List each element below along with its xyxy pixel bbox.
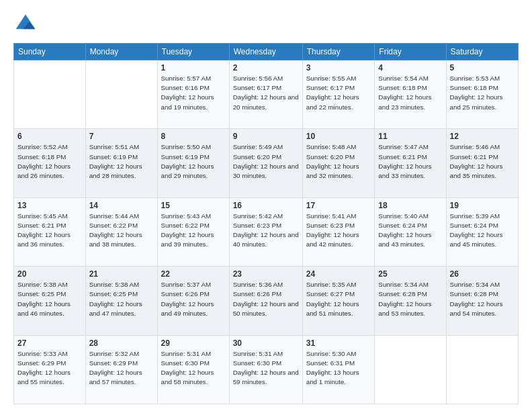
day-info: Sunrise: 5:53 AM Sunset: 6:18 PM Dayligh… xyxy=(450,74,515,112)
day-info: Sunrise: 5:44 AM Sunset: 6:22 PM Dayligh… xyxy=(89,212,154,250)
day-number: 27 xyxy=(17,338,82,348)
day-info: Sunrise: 5:54 AM Sunset: 6:18 PM Dayligh… xyxy=(378,74,442,112)
day-info: Sunrise: 5:45 AM Sunset: 6:21 PM Dayligh… xyxy=(17,212,82,250)
calendar-cell: 20Sunrise: 5:38 AM Sunset: 6:25 PM Dayli… xyxy=(14,267,86,335)
calendar-body: 1Sunrise: 5:57 AM Sunset: 6:16 PM Daylig… xyxy=(14,60,519,404)
calendar-cell: 26Sunrise: 5:34 AM Sunset: 6:28 PM Dayli… xyxy=(446,267,518,335)
calendar-cell: 27Sunrise: 5:33 AM Sunset: 6:29 PM Dayli… xyxy=(14,335,86,404)
calendar-cell: 19Sunrise: 5:39 AM Sunset: 6:24 PM Dayli… xyxy=(446,197,518,266)
calendar-cell: 23Sunrise: 5:36 AM Sunset: 6:26 PM Dayli… xyxy=(229,267,302,335)
day-number: 29 xyxy=(161,338,226,348)
day-info: Sunrise: 5:31 AM Sunset: 6:30 PM Dayligh… xyxy=(233,349,299,387)
day-info: Sunrise: 5:50 AM Sunset: 6:19 PM Dayligh… xyxy=(161,142,226,181)
calendar-cell: 11Sunrise: 5:47 AM Sunset: 6:21 PM Dayli… xyxy=(375,129,446,197)
day-number: 19 xyxy=(450,201,515,210)
day-number: 21 xyxy=(89,269,154,279)
day-info: Sunrise: 5:39 AM Sunset: 6:24 PM Dayligh… xyxy=(450,212,515,250)
calendar-cell: 10Sunrise: 5:48 AM Sunset: 6:20 PM Dayli… xyxy=(302,129,375,197)
day-info: Sunrise: 5:34 AM Sunset: 6:28 PM Dayligh… xyxy=(378,280,442,318)
day-info: Sunrise: 5:46 AM Sunset: 6:21 PM Dayligh… xyxy=(450,142,515,181)
calendar-cell: 18Sunrise: 5:40 AM Sunset: 6:24 PM Dayli… xyxy=(375,197,446,266)
day-number: 12 xyxy=(450,132,515,141)
calendar-cell xyxy=(375,335,446,404)
day-info: Sunrise: 5:38 AM Sunset: 6:25 PM Dayligh… xyxy=(17,280,82,318)
calendar-cell: 5Sunrise: 5:53 AM Sunset: 6:18 PM Daylig… xyxy=(446,60,518,129)
calendar-cell xyxy=(85,60,157,129)
day-number: 26 xyxy=(450,269,515,279)
day-info: Sunrise: 5:56 AM Sunset: 6:17 PM Dayligh… xyxy=(233,74,299,112)
day-number: 3 xyxy=(306,63,371,73)
weekday-header: Sunday xyxy=(14,44,86,60)
day-number: 10 xyxy=(306,132,371,141)
day-info: Sunrise: 5:42 AM Sunset: 6:23 PM Dayligh… xyxy=(233,212,299,250)
day-number: 15 xyxy=(161,201,226,210)
calendar-cell: 14Sunrise: 5:44 AM Sunset: 6:22 PM Dayli… xyxy=(85,197,157,266)
day-info: Sunrise: 5:35 AM Sunset: 6:27 PM Dayligh… xyxy=(306,280,371,318)
day-number: 25 xyxy=(378,269,442,279)
day-info: Sunrise: 5:49 AM Sunset: 6:20 PM Dayligh… xyxy=(233,142,299,181)
calendar-cell: 15Sunrise: 5:43 AM Sunset: 6:22 PM Dayli… xyxy=(157,197,229,266)
day-info: Sunrise: 5:51 AM Sunset: 6:19 PM Dayligh… xyxy=(89,142,154,181)
day-info: Sunrise: 5:33 AM Sunset: 6:29 PM Dayligh… xyxy=(17,349,82,387)
calendar-cell: 6Sunrise: 5:52 AM Sunset: 6:18 PM Daylig… xyxy=(14,129,86,197)
day-number: 6 xyxy=(17,132,82,141)
calendar-cell: 2Sunrise: 5:56 AM Sunset: 6:17 PM Daylig… xyxy=(229,60,302,129)
day-info: Sunrise: 5:55 AM Sunset: 6:17 PM Dayligh… xyxy=(306,74,371,112)
weekday-header: Tuesday xyxy=(157,44,229,60)
day-info: Sunrise: 5:47 AM Sunset: 6:21 PM Dayligh… xyxy=(378,142,442,181)
calendar-week: 20Sunrise: 5:38 AM Sunset: 6:25 PM Dayli… xyxy=(14,267,519,335)
day-info: Sunrise: 5:41 AM Sunset: 6:23 PM Dayligh… xyxy=(306,212,371,250)
calendar-cell: 22Sunrise: 5:37 AM Sunset: 6:26 PM Dayli… xyxy=(157,267,229,335)
calendar-cell: 28Sunrise: 5:32 AM Sunset: 6:29 PM Dayli… xyxy=(85,335,157,404)
calendar-week: 6Sunrise: 5:52 AM Sunset: 6:18 PM Daylig… xyxy=(14,129,519,197)
calendar-cell: 24Sunrise: 5:35 AM Sunset: 6:27 PM Dayli… xyxy=(302,267,375,335)
calendar-cell: 3Sunrise: 5:55 AM Sunset: 6:17 PM Daylig… xyxy=(302,60,375,129)
day-number: 22 xyxy=(161,269,226,279)
day-number: 28 xyxy=(89,338,154,348)
day-info: Sunrise: 5:36 AM Sunset: 6:26 PM Dayligh… xyxy=(233,280,299,318)
day-info: Sunrise: 5:31 AM Sunset: 6:30 PM Dayligh… xyxy=(161,349,226,387)
calendar-cell xyxy=(446,335,518,404)
day-number: 5 xyxy=(450,63,515,73)
calendar-cell: 29Sunrise: 5:31 AM Sunset: 6:30 PM Dayli… xyxy=(157,335,229,404)
day-number: 24 xyxy=(306,269,371,279)
weekday-header: Friday xyxy=(375,44,446,60)
calendar-cell: 13Sunrise: 5:45 AM Sunset: 6:21 PM Dayli… xyxy=(14,197,86,266)
calendar-table: SundayMondayTuesdayWednesdayThursdayFrid… xyxy=(13,43,519,404)
calendar-cell: 17Sunrise: 5:41 AM Sunset: 6:23 PM Dayli… xyxy=(302,197,375,266)
calendar-week: 1Sunrise: 5:57 AM Sunset: 6:16 PM Daylig… xyxy=(14,60,519,129)
day-number: 7 xyxy=(89,132,154,141)
day-info: Sunrise: 5:43 AM Sunset: 6:22 PM Dayligh… xyxy=(161,212,226,250)
day-number: 16 xyxy=(233,201,299,210)
day-number: 23 xyxy=(233,269,299,279)
day-info: Sunrise: 5:30 AM Sunset: 6:31 PM Dayligh… xyxy=(306,349,371,387)
calendar-week: 13Sunrise: 5:45 AM Sunset: 6:21 PM Dayli… xyxy=(14,197,519,266)
day-number: 30 xyxy=(233,338,299,348)
day-info: Sunrise: 5:34 AM Sunset: 6:28 PM Dayligh… xyxy=(450,280,515,318)
day-number: 14 xyxy=(89,201,154,210)
calendar-cell: 25Sunrise: 5:34 AM Sunset: 6:28 PM Dayli… xyxy=(375,267,446,335)
day-info: Sunrise: 5:52 AM Sunset: 6:18 PM Dayligh… xyxy=(17,142,82,181)
weekday-header: Monday xyxy=(85,44,157,60)
weekday-header: Saturday xyxy=(446,44,518,60)
header xyxy=(13,12,519,36)
day-number: 4 xyxy=(378,63,442,73)
weekday-header: Thursday xyxy=(302,44,375,60)
day-number: 11 xyxy=(378,132,442,141)
calendar-cell: 21Sunrise: 5:38 AM Sunset: 6:25 PM Dayli… xyxy=(85,267,157,335)
page: SundayMondayTuesdayWednesdayThursdayFrid… xyxy=(0,0,532,411)
calendar-week: 27Sunrise: 5:33 AM Sunset: 6:29 PM Dayli… xyxy=(14,335,519,404)
calendar-cell: 8Sunrise: 5:50 AM Sunset: 6:19 PM Daylig… xyxy=(157,129,229,197)
day-number: 20 xyxy=(17,269,82,279)
calendar-cell: 31Sunrise: 5:30 AM Sunset: 6:31 PM Dayli… xyxy=(302,335,375,404)
calendar-cell: 4Sunrise: 5:54 AM Sunset: 6:18 PM Daylig… xyxy=(375,60,446,129)
calendar-header: SundayMondayTuesdayWednesdayThursdayFrid… xyxy=(14,44,519,60)
logo-icon xyxy=(13,12,38,36)
logo xyxy=(13,12,40,36)
day-info: Sunrise: 5:37 AM Sunset: 6:26 PM Dayligh… xyxy=(161,280,226,318)
day-number: 8 xyxy=(161,132,226,141)
day-number: 17 xyxy=(306,201,371,210)
day-number: 13 xyxy=(17,201,82,210)
weekday-header: Wednesday xyxy=(229,44,302,60)
calendar-cell: 30Sunrise: 5:31 AM Sunset: 6:30 PM Dayli… xyxy=(229,335,302,404)
